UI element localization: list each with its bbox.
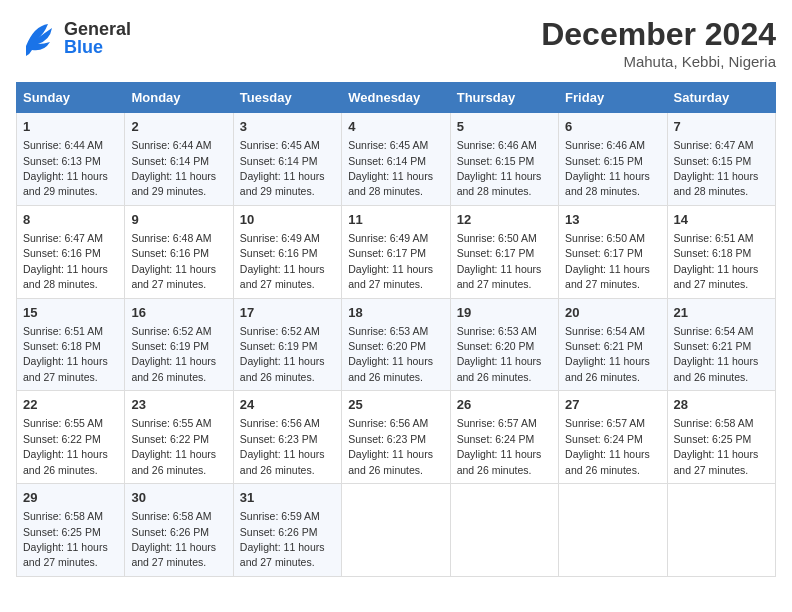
day-number: 12 — [457, 211, 552, 229]
day-number: 20 — [565, 304, 660, 322]
day-number: 27 — [565, 396, 660, 414]
calendar-cell: 19Sunrise: 6:53 AM Sunset: 6:20 PM Dayli… — [450, 298, 558, 391]
calendar-cell: 9Sunrise: 6:48 AM Sunset: 6:16 PM Daylig… — [125, 205, 233, 298]
day-number: 28 — [674, 396, 769, 414]
day-number: 7 — [674, 118, 769, 136]
cell-info: Sunrise: 6:53 AM Sunset: 6:20 PM Dayligh… — [348, 325, 433, 383]
day-number: 4 — [348, 118, 443, 136]
calendar-cell: 2Sunrise: 6:44 AM Sunset: 6:14 PM Daylig… — [125, 113, 233, 206]
cell-info: Sunrise: 6:46 AM Sunset: 6:15 PM Dayligh… — [565, 139, 650, 197]
day-number: 9 — [131, 211, 226, 229]
logo-bird-icon — [16, 16, 60, 60]
day-number: 30 — [131, 489, 226, 507]
calendar-cell: 25Sunrise: 6:56 AM Sunset: 6:23 PM Dayli… — [342, 391, 450, 484]
logo-general-text: General — [64, 20, 131, 38]
day-number: 21 — [674, 304, 769, 322]
logo-text: General Blue — [64, 20, 131, 56]
column-header-wednesday: Wednesday — [342, 83, 450, 113]
cell-info: Sunrise: 6:58 AM Sunset: 6:25 PM Dayligh… — [23, 510, 108, 568]
calendar-cell: 16Sunrise: 6:52 AM Sunset: 6:19 PM Dayli… — [125, 298, 233, 391]
calendar-cell: 20Sunrise: 6:54 AM Sunset: 6:21 PM Dayli… — [559, 298, 667, 391]
location-text: Mahuta, Kebbi, Nigeria — [541, 53, 776, 70]
day-number: 17 — [240, 304, 335, 322]
calendar-cell: 11Sunrise: 6:49 AM Sunset: 6:17 PM Dayli… — [342, 205, 450, 298]
title-block: December 2024 Mahuta, Kebbi, Nigeria — [541, 16, 776, 70]
calendar-cell — [667, 484, 775, 577]
cell-info: Sunrise: 6:54 AM Sunset: 6:21 PM Dayligh… — [565, 325, 650, 383]
cell-info: Sunrise: 6:58 AM Sunset: 6:26 PM Dayligh… — [131, 510, 216, 568]
calendar-week-row: 29Sunrise: 6:58 AM Sunset: 6:25 PM Dayli… — [17, 484, 776, 577]
calendar-cell: 26Sunrise: 6:57 AM Sunset: 6:24 PM Dayli… — [450, 391, 558, 484]
calendar-week-row: 22Sunrise: 6:55 AM Sunset: 6:22 PM Dayli… — [17, 391, 776, 484]
day-number: 5 — [457, 118, 552, 136]
calendar-table: SundayMondayTuesdayWednesdayThursdayFrid… — [16, 82, 776, 577]
calendar-cell: 7Sunrise: 6:47 AM Sunset: 6:15 PM Daylig… — [667, 113, 775, 206]
logo: General Blue — [16, 16, 131, 60]
calendar-cell: 15Sunrise: 6:51 AM Sunset: 6:18 PM Dayli… — [17, 298, 125, 391]
day-number: 22 — [23, 396, 118, 414]
column-header-monday: Monday — [125, 83, 233, 113]
cell-info: Sunrise: 6:49 AM Sunset: 6:17 PM Dayligh… — [348, 232, 433, 290]
calendar-cell: 12Sunrise: 6:50 AM Sunset: 6:17 PM Dayli… — [450, 205, 558, 298]
day-number: 26 — [457, 396, 552, 414]
day-number: 24 — [240, 396, 335, 414]
cell-info: Sunrise: 6:45 AM Sunset: 6:14 PM Dayligh… — [348, 139, 433, 197]
calendar-cell — [342, 484, 450, 577]
day-number: 1 — [23, 118, 118, 136]
cell-info: Sunrise: 6:47 AM Sunset: 6:15 PM Dayligh… — [674, 139, 759, 197]
calendar-cell — [559, 484, 667, 577]
day-number: 6 — [565, 118, 660, 136]
day-number: 25 — [348, 396, 443, 414]
day-number: 19 — [457, 304, 552, 322]
calendar-cell: 14Sunrise: 6:51 AM Sunset: 6:18 PM Dayli… — [667, 205, 775, 298]
cell-info: Sunrise: 6:52 AM Sunset: 6:19 PM Dayligh… — [131, 325, 216, 383]
page-header: General Blue December 2024 Mahuta, Kebbi… — [16, 16, 776, 70]
calendar-cell: 8Sunrise: 6:47 AM Sunset: 6:16 PM Daylig… — [17, 205, 125, 298]
cell-info: Sunrise: 6:58 AM Sunset: 6:25 PM Dayligh… — [674, 417, 759, 475]
column-header-friday: Friday — [559, 83, 667, 113]
cell-info: Sunrise: 6:55 AM Sunset: 6:22 PM Dayligh… — [131, 417, 216, 475]
calendar-week-row: 15Sunrise: 6:51 AM Sunset: 6:18 PM Dayli… — [17, 298, 776, 391]
calendar-cell: 24Sunrise: 6:56 AM Sunset: 6:23 PM Dayli… — [233, 391, 341, 484]
cell-info: Sunrise: 6:51 AM Sunset: 6:18 PM Dayligh… — [23, 325, 108, 383]
calendar-cell: 17Sunrise: 6:52 AM Sunset: 6:19 PM Dayli… — [233, 298, 341, 391]
day-number: 29 — [23, 489, 118, 507]
day-number: 15 — [23, 304, 118, 322]
day-number: 16 — [131, 304, 226, 322]
cell-info: Sunrise: 6:46 AM Sunset: 6:15 PM Dayligh… — [457, 139, 542, 197]
cell-info: Sunrise: 6:51 AM Sunset: 6:18 PM Dayligh… — [674, 232, 759, 290]
calendar-cell: 21Sunrise: 6:54 AM Sunset: 6:21 PM Dayli… — [667, 298, 775, 391]
day-number: 23 — [131, 396, 226, 414]
day-number: 14 — [674, 211, 769, 229]
day-number: 2 — [131, 118, 226, 136]
day-number: 18 — [348, 304, 443, 322]
calendar-cell: 3Sunrise: 6:45 AM Sunset: 6:14 PM Daylig… — [233, 113, 341, 206]
cell-info: Sunrise: 6:45 AM Sunset: 6:14 PM Dayligh… — [240, 139, 325, 197]
column-header-thursday: Thursday — [450, 83, 558, 113]
cell-info: Sunrise: 6:59 AM Sunset: 6:26 PM Dayligh… — [240, 510, 325, 568]
calendar-cell: 30Sunrise: 6:58 AM Sunset: 6:26 PM Dayli… — [125, 484, 233, 577]
calendar-cell: 22Sunrise: 6:55 AM Sunset: 6:22 PM Dayli… — [17, 391, 125, 484]
cell-info: Sunrise: 6:52 AM Sunset: 6:19 PM Dayligh… — [240, 325, 325, 383]
cell-info: Sunrise: 6:57 AM Sunset: 6:24 PM Dayligh… — [565, 417, 650, 475]
calendar-cell: 18Sunrise: 6:53 AM Sunset: 6:20 PM Dayli… — [342, 298, 450, 391]
cell-info: Sunrise: 6:53 AM Sunset: 6:20 PM Dayligh… — [457, 325, 542, 383]
day-number: 3 — [240, 118, 335, 136]
column-header-tuesday: Tuesday — [233, 83, 341, 113]
cell-info: Sunrise: 6:47 AM Sunset: 6:16 PM Dayligh… — [23, 232, 108, 290]
calendar-cell: 5Sunrise: 6:46 AM Sunset: 6:15 PM Daylig… — [450, 113, 558, 206]
cell-info: Sunrise: 6:54 AM Sunset: 6:21 PM Dayligh… — [674, 325, 759, 383]
calendar-cell: 23Sunrise: 6:55 AM Sunset: 6:22 PM Dayli… — [125, 391, 233, 484]
cell-info: Sunrise: 6:49 AM Sunset: 6:16 PM Dayligh… — [240, 232, 325, 290]
day-number: 31 — [240, 489, 335, 507]
calendar-cell: 6Sunrise: 6:46 AM Sunset: 6:15 PM Daylig… — [559, 113, 667, 206]
cell-info: Sunrise: 6:56 AM Sunset: 6:23 PM Dayligh… — [348, 417, 433, 475]
calendar-cell — [450, 484, 558, 577]
calendar-cell: 1Sunrise: 6:44 AM Sunset: 6:13 PM Daylig… — [17, 113, 125, 206]
column-header-saturday: Saturday — [667, 83, 775, 113]
calendar-cell: 4Sunrise: 6:45 AM Sunset: 6:14 PM Daylig… — [342, 113, 450, 206]
day-number: 11 — [348, 211, 443, 229]
cell-info: Sunrise: 6:44 AM Sunset: 6:13 PM Dayligh… — [23, 139, 108, 197]
calendar-cell: 10Sunrise: 6:49 AM Sunset: 6:16 PM Dayli… — [233, 205, 341, 298]
calendar-week-row: 1Sunrise: 6:44 AM Sunset: 6:13 PM Daylig… — [17, 113, 776, 206]
